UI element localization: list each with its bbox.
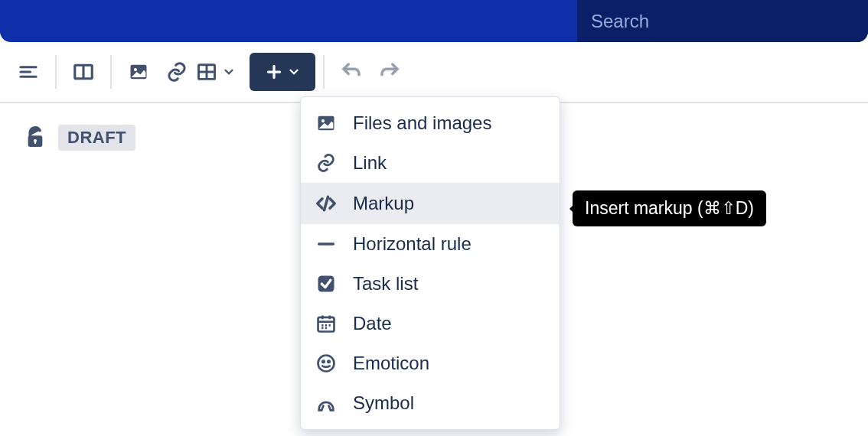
insert-dropdown: Files and images Link Markup Horizontal … (300, 96, 560, 430)
top-bar: Search (0, 0, 868, 42)
menu-item-task-list[interactable]: Task list (301, 264, 560, 304)
menu-item-files-images[interactable]: Files and images (301, 103, 560, 143)
redo-button[interactable] (370, 53, 409, 91)
smile-icon (315, 353, 338, 374)
insert-button[interactable] (250, 53, 315, 91)
menu-item-label: Files and images (353, 112, 491, 134)
layouts-button[interactable] (64, 53, 103, 91)
link-icon (315, 152, 338, 174)
layouts-icon (72, 60, 95, 83)
align-button[interactable] (9, 53, 47, 91)
calendar-icon (315, 313, 338, 334)
menu-item-label: Symbol (353, 392, 414, 414)
link-button[interactable] (158, 53, 196, 91)
search-placeholder: Search (591, 11, 649, 32)
menu-item-label: Markup (353, 193, 414, 214)
checkbox-icon (315, 273, 338, 294)
image-icon (315, 112, 338, 134)
plus-icon (264, 62, 284, 82)
table-icon (196, 61, 217, 83)
svg-line-17 (325, 197, 328, 210)
redo-icon (378, 60, 401, 83)
svg-point-16 (321, 119, 325, 122)
toolbar-separator (110, 55, 112, 89)
chevron-down-icon (287, 65, 301, 79)
menu-item-label: Horizontal rule (353, 233, 472, 255)
menu-item-markup[interactable]: Markup (301, 183, 560, 224)
image-button[interactable] (119, 53, 158, 91)
editor-toolbar (0, 42, 868, 103)
search-input[interactable]: Search (577, 0, 868, 42)
omega-icon (315, 392, 338, 414)
link-icon (165, 60, 188, 83)
hr-icon (315, 233, 338, 255)
svg-point-31 (328, 361, 329, 363)
align-left-icon (17, 60, 40, 83)
menu-item-horizontal-rule[interactable]: Horizontal rule (301, 224, 560, 264)
svg-rect-14 (34, 141, 36, 144)
menu-item-label: Date (353, 313, 392, 334)
toolbar-separator (55, 55, 57, 89)
undo-button[interactable] (332, 53, 370, 91)
svg-point-6 (134, 68, 137, 71)
menu-item-symbol[interactable]: Symbol (301, 383, 560, 423)
code-icon (315, 192, 338, 215)
svg-point-29 (318, 356, 334, 372)
image-icon (128, 61, 149, 83)
undo-icon (340, 60, 363, 83)
tooltip: Insert markup (⌘⇧D) (573, 190, 766, 226)
menu-item-date[interactable]: Date (301, 304, 560, 343)
menu-item-label: Link (353, 152, 387, 174)
draft-badge: DRAFT (58, 125, 135, 151)
menu-item-link[interactable]: Link (301, 143, 560, 183)
toolbar-separator (323, 55, 325, 89)
chevron-down-icon (222, 65, 236, 79)
lock-open-icon[interactable] (23, 125, 47, 150)
menu-item-label: Emoticon (353, 353, 429, 374)
svg-point-30 (322, 361, 324, 363)
menu-item-emoticon[interactable]: Emoticon (301, 343, 560, 383)
menu-item-label: Task list (353, 273, 418, 294)
tooltip-text: Insert markup (⌘⇧D) (585, 198, 754, 218)
table-button-group[interactable] (196, 61, 236, 83)
